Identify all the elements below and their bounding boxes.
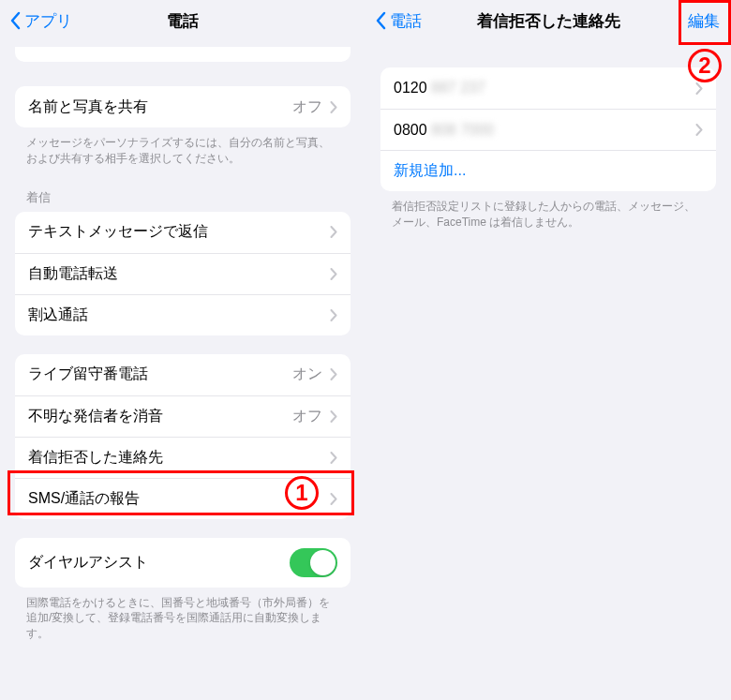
row-value: オン xyxy=(292,365,322,384)
back-button[interactable]: 電話 xyxy=(375,10,422,32)
chevron-right-icon xyxy=(330,101,337,113)
annotation-number-1: 1 xyxy=(285,476,319,510)
partial-group-top xyxy=(15,47,351,62)
chevron-right-icon xyxy=(330,493,337,505)
text-reply-row[interactable]: テキストメッセージで返信 xyxy=(15,212,351,253)
row-label: 名前と写真を共有 xyxy=(28,97,292,117)
nav-bar: 電話 着信拒否した連絡先 編集 xyxy=(366,0,731,41)
blocked-footer: 着信拒否設定リストに登録した人からの電話、メッセージ、メール、FaceTime … xyxy=(366,199,731,240)
call-forward-row[interactable]: 自動電話転送 xyxy=(15,253,351,294)
share-group: 名前と写真を共有 オフ xyxy=(15,86,351,127)
chevron-right-icon xyxy=(330,226,337,238)
chevron-right-icon xyxy=(330,268,337,280)
blocked-contacts-screen: 電話 着信拒否した連絡先 編集 0120 887 237 0800 808 70… xyxy=(366,0,731,700)
blocked-number: 0800 808 7000 xyxy=(394,122,695,139)
call-waiting-row[interactable]: 割込通話 xyxy=(15,294,351,335)
row-value: オフ xyxy=(292,97,322,117)
share-name-photo-row[interactable]: 名前と写真を共有 オフ xyxy=(15,86,351,127)
dial-assist-footer: 国際電話をかけるときに、国番号と地域番号（市外局番）を追加/変換して、登録電話番… xyxy=(0,595,366,651)
dial-assist-row[interactable]: ダイヤルアシスト xyxy=(15,538,351,588)
blocked-number-row[interactable]: 0120 887 237 xyxy=(380,67,716,109)
live-voicemail-row[interactable]: ライブ留守番電話 オン xyxy=(15,354,351,395)
chevron-right-icon xyxy=(330,452,337,464)
chevron-right-icon xyxy=(330,309,337,321)
row-label: 着信拒否した連絡先 xyxy=(28,448,330,468)
chevron-right-icon xyxy=(695,82,703,95)
nav-bar: アプリ 電話 xyxy=(0,0,366,41)
add-new-row[interactable]: 新規追加... xyxy=(380,150,716,191)
dial-assist-group: ダイヤルアシスト xyxy=(15,538,351,588)
edit-button[interactable]: 編集 xyxy=(688,10,720,32)
back-label: アプリ xyxy=(24,10,72,32)
row-label: 不明な発信者を消音 xyxy=(28,407,292,426)
back-button[interactable]: アプリ xyxy=(9,10,72,32)
blocked-number-row[interactable]: 0800 808 7000 xyxy=(380,109,716,150)
silence-unknown-row[interactable]: 不明な発信者を消音 オフ xyxy=(15,395,351,437)
row-label: 割込通話 xyxy=(28,305,330,325)
content-area: 名前と写真を共有 オフ メッセージをパーソナライズするには、自分の名前と写真、お… xyxy=(0,41,366,700)
dial-assist-toggle[interactable] xyxy=(290,548,337,577)
blocked-number: 0120 887 237 xyxy=(394,80,695,97)
incoming-group: テキストメッセージで返信 自動電話転送 割込通話 xyxy=(15,212,351,335)
phone-settings-screen: アプリ 電話 名前と写真を共有 オフ メッセージをパーソナライズするには、自分の… xyxy=(0,0,366,700)
content-area: 0120 887 237 0800 808 7000 新規追加... 着信拒否設… xyxy=(366,41,731,700)
row-label: テキストメッセージで返信 xyxy=(28,222,330,242)
add-new-label: 新規追加... xyxy=(394,161,703,181)
share-footer: メッセージをパーソナライズするには、自分の名前と写真、および共有する相手を選択し… xyxy=(0,135,366,176)
row-value: オフ xyxy=(292,407,322,426)
incoming-section-header: 着信 xyxy=(0,176,366,212)
back-label: 電話 xyxy=(390,10,422,32)
annotation-number-2: 2 xyxy=(688,49,722,82)
chevron-right-icon xyxy=(695,124,703,136)
row-label: ダイヤルアシスト xyxy=(28,553,290,573)
chevron-left-icon xyxy=(9,11,21,30)
chevron-right-icon xyxy=(330,410,337,423)
chevron-right-icon xyxy=(330,368,337,380)
row-label: 自動電話転送 xyxy=(28,264,330,284)
blocked-contacts-row[interactable]: 着信拒否した連絡先 xyxy=(15,437,351,478)
blocked-list-group: 0120 887 237 0800 808 7000 新規追加... xyxy=(380,67,716,191)
row-label: ライブ留守番電話 xyxy=(28,365,292,384)
chevron-left-icon xyxy=(375,11,386,30)
